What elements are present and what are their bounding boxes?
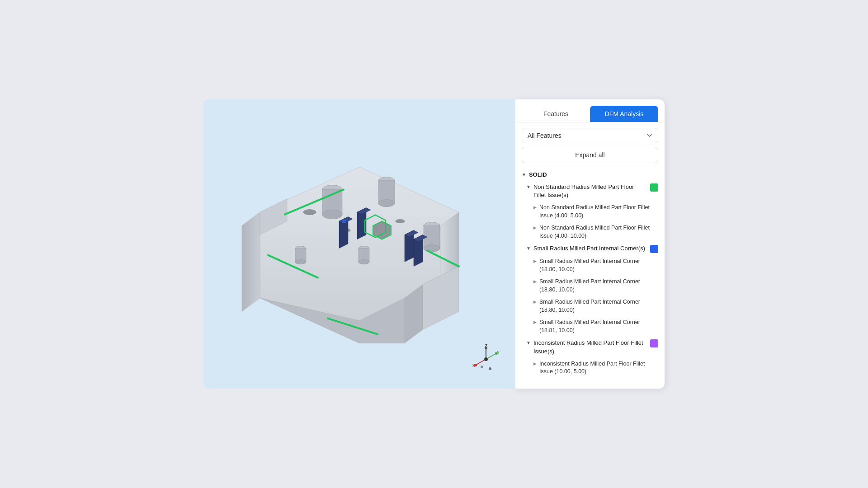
group-inconsistent-radius[interactable]: ▼ Inconsistent Radius Milled Part Floor … (515, 337, 665, 357)
group-small-radius[interactable]: ▼ Small Radius Milled Part Internal Corn… (515, 242, 665, 255)
svg-rect-39 (342, 220, 346, 223)
tabs-row: Features DFM Analysis (515, 99, 665, 122)
3d-part-svg (206, 122, 513, 357)
item7-label: Inconsistent Radius Milled Part Floor Fi… (539, 360, 658, 376)
tree-area[interactable]: ▼ SOLID ▼ Non Standard Radius Milled Par… (515, 167, 665, 389)
svg-line-45 (476, 359, 486, 365)
svg-point-47 (485, 358, 488, 361)
item6-label: Small Radius Milled Part Internal Corner… (539, 319, 658, 334)
svg-point-51 (481, 366, 483, 368)
filter-row: All FeaturesMillingTurningDrilling (515, 122, 665, 147)
item2-chevron: ▶ (533, 225, 537, 230)
group3-chevron: ▼ (526, 340, 531, 345)
item-inconsistent-1[interactable]: ▶ Inconsistent Radius Milled Part Floor … (515, 358, 665, 378)
item-small-radius-2[interactable]: ▶ Small Radius Milled Part Internal Corn… (515, 276, 665, 296)
item7-chevron: ▶ (533, 361, 537, 366)
group1-chevron: ▼ (526, 184, 531, 189)
item-small-radius-4[interactable]: ▶ Small Radius Milled Part Internal Corn… (515, 316, 665, 337)
group1-label: Non Standard Radius Milled Part Floor Fi… (533, 183, 647, 199)
item-non-standard-2[interactable]: ▶ Non Standard Radius Milled Part Floor … (515, 222, 665, 242)
group2-color-swatch (650, 245, 658, 253)
item-small-radius-3[interactable]: ▶ Small Radius Milled Part Internal Corn… (515, 296, 665, 316)
svg-marker-1 (242, 212, 260, 312)
item5-chevron: ▶ (533, 300, 537, 304)
svg-point-48 (495, 352, 498, 355)
group-non-standard-radius[interactable]: ▼ Non Standard Radius Milled Part Floor … (515, 181, 665, 202)
viewer-canvas: Z Y X (203, 99, 515, 389)
item4-chevron: ▶ (533, 279, 537, 284)
svg-point-22 (303, 210, 316, 215)
svg-point-52 (489, 367, 491, 370)
group3-color-swatch (650, 339, 658, 347)
item-non-standard-1[interactable]: ▶ Non Standard Radius Milled Part Floor … (515, 202, 665, 222)
item5-label: Small Radius Milled Part Internal Corner… (539, 298, 658, 314)
main-container: Z Y X Features DFM Analysis (203, 99, 665, 389)
item-small-radius-1[interactable]: ▶ Small Radius Milled Part Internal Corn… (515, 255, 665, 276)
group2-chevron: ▼ (526, 246, 531, 251)
svg-point-24 (396, 220, 405, 223)
solid-root[interactable]: ▼ SOLID (515, 169, 665, 181)
item3-chevron: ▶ (533, 259, 537, 263)
group3-label: Inconsistent Radius Milled Part Floor Fi… (533, 339, 647, 355)
tab-dfm-analysis[interactable]: DFM Analysis (590, 106, 658, 122)
item4-label: Small Radius Milled Part Internal Corner… (539, 278, 658, 294)
item1-label: Non Standard Radius Milled Part Floor Fi… (539, 204, 658, 220)
tab-features[interactable]: Features (522, 106, 590, 122)
item3-label: Small Radius Milled Part Internal Corner… (539, 258, 658, 273)
item6-chevron: ▶ (533, 320, 537, 324)
axis-indicator: Z Y X (470, 343, 502, 375)
solid-label-text: SOLID (529, 171, 547, 178)
svg-point-21 (359, 260, 369, 264)
svg-point-12 (378, 200, 395, 207)
svg-point-50 (485, 347, 487, 349)
expand-all-button[interactable]: Expand all (522, 147, 658, 163)
solid-chevron: ▼ (522, 172, 526, 177)
item1-chevron: ▶ (533, 205, 537, 210)
item2-label: Non Standard Radius Milled Part Floor Fi… (539, 224, 658, 240)
svg-point-15 (424, 245, 440, 252)
group1-color-swatch (650, 183, 658, 192)
svg-point-9 (322, 210, 342, 219)
filter-select[interactable]: All FeaturesMillingTurningDrilling (522, 128, 658, 143)
svg-marker-25 (373, 221, 391, 239)
svg-point-49 (474, 364, 477, 366)
svg-line-43 (486, 353, 496, 359)
group2-label: Small Radius Milled Part Internal Corner… (533, 244, 647, 253)
svg-point-18 (295, 260, 306, 264)
right-panel: Features DFM Analysis All FeaturesMillin… (515, 99, 665, 389)
viewer-panel: Z Y X (203, 99, 515, 389)
